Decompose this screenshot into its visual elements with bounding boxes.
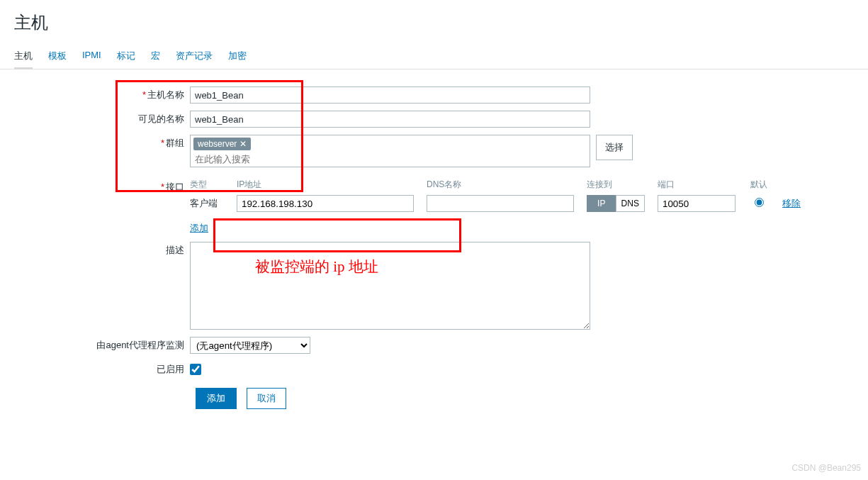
- proxy-label: 由agent代理程序监测: [96, 340, 184, 350]
- tab-encryption[interactable]: 加密: [228, 44, 247, 69]
- th-default: 默认: [748, 179, 770, 191]
- groups-select-button[interactable]: 选择: [596, 135, 633, 160]
- close-icon[interactable]: ✕: [239, 139, 247, 149]
- connect-to-toggle: IP DNS: [587, 195, 645, 212]
- hostname-label: 主机名称: [147, 89, 184, 100]
- th-type: 类型: [190, 179, 224, 191]
- tab-inventory[interactable]: 资产记录: [176, 44, 213, 69]
- interface-row: 客户端 IP DNS 移除: [190, 195, 801, 212]
- cancel-button[interactable]: 取消: [247, 388, 286, 409]
- page-title: 主机: [0, 0, 868, 44]
- interface-type-label: 客户端: [190, 197, 224, 210]
- groups-multiselect[interactable]: webserver✕: [190, 135, 590, 167]
- interface-remove-link[interactable]: 移除: [782, 197, 801, 210]
- tab-tags[interactable]: 标记: [117, 44, 135, 69]
- interface-default-radio[interactable]: [755, 198, 764, 207]
- interface-add-link[interactable]: 添加: [190, 223, 208, 233]
- visible-name-input[interactable]: [190, 111, 590, 128]
- tab-host[interactable]: 主机: [14, 44, 33, 69]
- group-tag[interactable]: webserver✕: [193, 138, 251, 150]
- th-port: 端口: [658, 179, 735, 191]
- tab-templates[interactable]: 模板: [48, 44, 67, 69]
- proxy-select[interactable]: (无agent代理程序): [190, 337, 310, 354]
- interface-port-input[interactable]: [658, 195, 735, 212]
- description-textarea[interactable]: [190, 242, 590, 330]
- annotation-text: 被监控端的 ip 地址: [255, 257, 378, 277]
- groups-search-input[interactable]: [193, 152, 587, 164]
- tab-ipmi[interactable]: IPMI: [82, 44, 101, 69]
- tab-macros[interactable]: 宏: [151, 44, 160, 69]
- watermark: CSDN @Bean295: [791, 463, 861, 473]
- enabled-checkbox[interactable]: [190, 364, 201, 375]
- tab-bar: 主机 模板 IPMI 标记 宏 资产记录 加密: [0, 44, 868, 69]
- submit-button[interactable]: 添加: [196, 388, 237, 409]
- description-label: 描述: [166, 245, 184, 255]
- connect-dns-button[interactable]: DNS: [616, 195, 646, 212]
- form-area: *主机名称 可见的名称 *群组 webserver✕ 选择 *接口 类型 IP地…: [0, 69, 868, 423]
- visible-name-label: 可见的名称: [138, 113, 184, 124]
- enabled-label: 已启用: [157, 364, 184, 374]
- connect-ip-button[interactable]: IP: [587, 195, 616, 212]
- interfaces-label: 接口: [166, 182, 184, 192]
- interface-ip-input[interactable]: [237, 195, 414, 212]
- th-connect: 连接到: [587, 179, 645, 191]
- interface-dns-input[interactable]: [427, 195, 574, 212]
- th-dns: DNS名称: [427, 179, 574, 191]
- th-ip: IP地址: [237, 179, 414, 191]
- hostname-input[interactable]: [190, 86, 590, 104]
- groups-label: 群组: [166, 138, 184, 148]
